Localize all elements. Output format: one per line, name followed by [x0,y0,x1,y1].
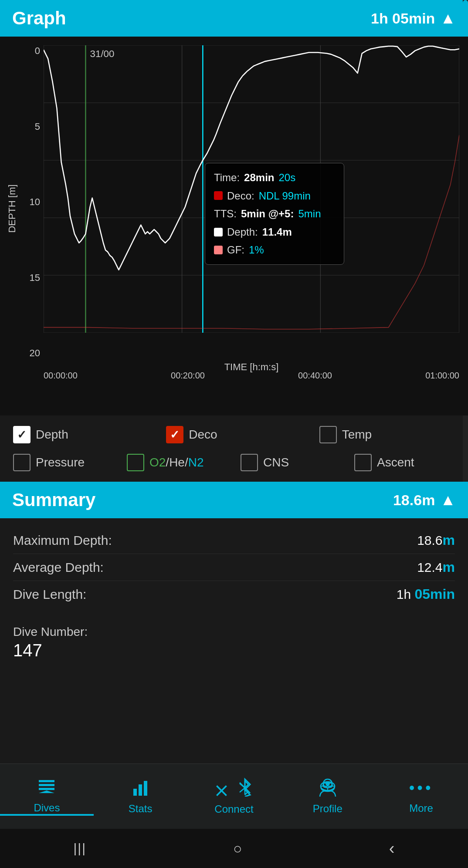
x-label-0: 00:00:00 [44,371,78,381]
x-label-20: 00:20:00 [171,371,205,381]
svg-rect-17 [139,784,142,796]
summary-title: Summary [12,490,95,510]
nav-profile[interactable]: Profile [281,778,374,815]
deco-label: Deco [189,428,217,442]
gas-checkbox[interactable] [127,454,144,471]
back-button[interactable]: ‹ [389,839,395,858]
o2-label: O2 [149,456,166,469]
more-icon: ••• [409,779,434,799]
dive-number-section: Dive Number: 147 [0,616,468,660]
summary-section: Summary 18.6m ▲ Maximum Depth: 18.6m Ave… [0,482,468,660]
chart-svg-area[interactable]: 31/00 Time: 28min 20s Deco: NDL 99min [44,45,459,333]
tooltip-gf-label: GF: [227,243,244,257]
tooltip-time-label: Time: [214,170,240,185]
nav-stats-label: Stats [129,803,153,815]
graph-section: Graph 1h 05min ▲ DEPTH [m] 0 5 10 15 20 [0,0,468,482]
tooltip-tts-value: 5min @+5: [241,206,294,221]
dive-length-value: 1h 05min [397,586,455,602]
dive-number-value: 147 [13,641,455,660]
x-label-40: 00:40:00 [298,371,332,381]
temp-checkbox[interactable] [319,426,337,443]
summary-value: 18.6m [393,492,435,509]
depth-label: Depth [36,428,68,442]
gf-color-box [214,246,223,254]
nav-connect-label: Connect [214,803,253,815]
tooltip-deco-value: NDL 99min [259,189,311,203]
profile-icon [318,778,338,799]
y-label-20: 20 [30,348,40,359]
tooltip-depth-row: Depth: 11.4m [214,225,335,240]
depth-color-box [214,228,223,236]
nav-more[interactable]: ••• More [374,779,468,814]
chart-container[interactable]: DEPTH [m] 0 5 10 15 20 [0,37,468,415]
main-content: Graph 1h 05min ▲ DEPTH [m] 0 5 10 15 20 [0,0,468,769]
avg-depth-row: Average Depth: 12.4m [13,554,455,581]
depth-checkbox-item[interactable]: ✓ Depth [13,426,149,443]
y-label-0: 0 [35,45,40,57]
system-bar: ||| ○ ‹ [0,829,468,868]
svg-rect-15 [39,788,54,790]
checkbox-row-2: Pressure O2/He/N2 CNS Ascent [0,454,468,482]
max-depth-row: Maximum Depth: 18.6m [13,527,455,554]
bluetooth-icon: ⨯ [214,777,254,800]
bottom-nav: Dives Stats ⨯ Connect [0,763,468,829]
gas-checkbox-item[interactable]: O2/He/N2 [127,454,227,471]
svg-rect-13 [39,780,54,782]
deco-color-box [214,191,223,200]
tooltip-deco-row: Deco: NDL 99min [214,189,335,203]
tooltip-tts-row: TTS: 5min @+5: 5min [214,206,335,221]
y-label-10: 10 [30,196,40,208]
dive-length-row: Dive Length: 1h 05min [13,581,455,608]
tooltip-time-row: Time: 28min 20s [214,170,335,185]
n2-label: N2 [188,456,204,469]
tooltip-depth-value: 11.4m [262,225,292,240]
gas-label: O2/He/N2 [149,456,204,469]
svg-rect-18 [144,781,147,796]
summary-collapse-icon[interactable]: ▲ [440,491,456,509]
stats-icon [131,778,150,799]
depth-check-icon: ✓ [17,428,27,442]
graph-collapse-icon[interactable]: ▲ [440,9,456,27]
chart-area[interactable]: 0 5 10 15 20 [26,45,459,359]
depth-checkbox[interactable]: ✓ [13,426,31,443]
nav-more-label: More [409,802,433,814]
nav-connect[interactable]: ⨯ Connect [187,777,281,815]
ascent-checkbox-item[interactable]: Ascent [354,454,455,471]
tooltip-depth-label: Depth: [227,225,258,240]
avg-depth-value: 12.4m [417,559,455,575]
graph-header-right[interactable]: 1h 05min ▲ [371,9,456,27]
pressure-checkbox[interactable] [13,454,31,471]
cns-checkbox-item[interactable]: CNS [241,454,341,471]
svg-text:31/00: 31/00 [90,48,115,59]
ascent-label: Ascent [377,456,414,469]
depth-axis-label: DEPTH [m] [7,184,18,233]
tooltip-time-value: 28min [244,170,274,185]
pressure-checkbox-item[interactable]: Pressure [13,454,114,471]
summary-header-right[interactable]: 18.6m ▲ [393,491,456,509]
tooltip-time-seconds: 20s [278,170,295,185]
home-button[interactable]: ○ [233,840,242,857]
tooltip-gf-row: GF: 1% [214,243,335,257]
dive-length-label: Dive Length: [13,587,86,602]
checkbox-row-1: ✓ Depth ✓ Deco Temp [0,415,468,454]
graph-title: Graph [12,8,66,29]
deco-checkbox[interactable]: ✓ [166,426,183,443]
cns-checkbox[interactable] [241,454,258,471]
recent-apps-button[interactable]: ||| [74,841,86,856]
avg-depth-label: Average Depth: [13,560,104,575]
tooltip-gf-value: 1% [249,243,264,257]
svg-rect-14 [39,784,54,786]
temp-checkbox-item[interactable]: Temp [319,426,455,443]
ascent-checkbox[interactable] [354,454,372,471]
nav-dives[interactable]: Dives [0,777,94,816]
pressure-label: Pressure [36,456,85,469]
nav-stats[interactable]: Stats [94,778,187,815]
y-label-15: 15 [30,272,40,284]
y-label-5: 5 [35,121,40,132]
chart-tooltip: Time: 28min 20s Deco: NDL 99min TTS: 5mi… [205,163,344,265]
tooltip-deco-label: Deco: [227,189,254,203]
dive-number-label: Dive Number: [13,625,455,639]
cns-label: CNS [263,456,289,469]
deco-checkbox-item[interactable]: ✓ Deco [166,426,302,443]
graph-header: Graph 1h 05min ▲ [0,0,468,37]
